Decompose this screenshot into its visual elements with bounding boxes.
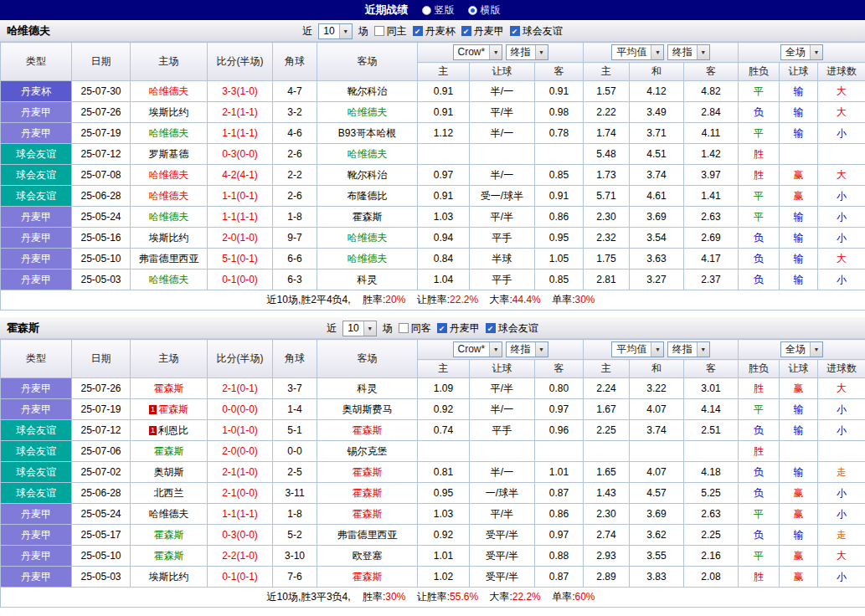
score-cell: 0-0(0-0) xyxy=(208,399,273,420)
avg-draw-odds-cell: 3.74 xyxy=(630,165,684,186)
col-header-date: 日期 xyxy=(72,43,131,81)
team-name-link[interactable]: 霍森斯 xyxy=(353,508,383,520)
team-name-link[interactable]: 利恩比 xyxy=(158,424,188,436)
team-name-link[interactable]: 哈维德夫 xyxy=(149,274,189,285)
team-name-link[interactable]: 哈维德夫 xyxy=(149,127,189,139)
result-wdl-cell: 负 xyxy=(739,249,780,270)
odds-time-select[interactable]: 终指▼ xyxy=(506,44,548,60)
team-name-link[interactable]: 罗斯基德 xyxy=(149,148,189,160)
checkbox-danish-cup[interactable]: 丹麦杯 xyxy=(413,24,456,38)
team-name-link[interactable]: 哈维德夫 xyxy=(149,85,189,97)
team-name-link[interactable]: 奥胡斯 xyxy=(154,466,184,478)
checkbox-danish-division[interactable]: 丹麦甲 xyxy=(437,321,480,336)
odds-time-select[interactable]: 终指▼ xyxy=(506,341,548,357)
team-name-link[interactable]: 哈维德夫 xyxy=(149,190,189,202)
team-name-link[interactable]: 埃斯比约 xyxy=(149,571,189,583)
league-type-cell: 球会友谊 xyxy=(1,462,72,483)
checkbox-same-home[interactable]: 同主 xyxy=(374,24,407,38)
team-name-link[interactable]: B93哥本哈根 xyxy=(338,127,396,139)
team-name-link[interactable]: 奥胡斯费马 xyxy=(342,403,393,415)
league-type-cell: 球会友谊 xyxy=(1,441,72,462)
radio-vertical-layout[interactable]: 竖版 xyxy=(422,3,455,18)
team-name-link[interactable]: 布隆德比 xyxy=(348,190,388,202)
home-team-cell: 霍森斯 xyxy=(131,546,208,567)
team-name-link[interactable]: 霍森斯 xyxy=(353,571,383,583)
average-time-select[interactable]: 终指▼ xyxy=(667,341,710,357)
handicap-line-cell: 平/半 xyxy=(470,378,535,399)
team-name-link[interactable]: 霍森斯 xyxy=(154,550,184,562)
team-name-link[interactable]: 科灵 xyxy=(358,274,378,285)
team-name-link[interactable]: 哈维德夫 xyxy=(348,148,388,160)
average-time-select[interactable]: 终指▼ xyxy=(667,44,710,60)
team-name-link[interactable]: 靴尔科治 xyxy=(348,169,388,181)
scope-select[interactable]: 全场▼ xyxy=(780,341,823,357)
handicap-home-odds-cell: 0.92 xyxy=(418,525,470,546)
scope-select[interactable]: 全场▼ xyxy=(780,44,823,60)
result-handicap-cell: 输 xyxy=(780,525,818,546)
team-name-link[interactable]: 弗雷德里西亚 xyxy=(139,253,199,264)
handicap-away-odds-cell: 0.87 xyxy=(535,483,584,504)
score-cell: 2-1(1-1) xyxy=(208,102,273,123)
team-name-link[interactable]: 霍森斯 xyxy=(353,487,383,499)
matches-label: 场 xyxy=(383,321,393,336)
team-name-link[interactable]: 弗雷德里西亚 xyxy=(337,529,398,541)
match-row: 丹麦甲25-05-03哈维德夫0-1(0-0)6-3科灵1.04平手0.852.… xyxy=(1,270,865,290)
result-goals-cell xyxy=(818,441,865,462)
home-team-cell: 1利恩比 xyxy=(131,420,208,441)
team-name-link[interactable]: 霍森斯 xyxy=(353,466,383,478)
team-name-link[interactable]: 哈维德夫 xyxy=(348,232,388,244)
team-name-link[interactable]: 科灵 xyxy=(358,382,378,394)
corner-cell: 1-8 xyxy=(273,207,317,228)
team-name-link[interactable]: 霍森斯 xyxy=(154,445,184,457)
team-name-link[interactable]: 哈维德夫 xyxy=(149,211,189,223)
col-header-avg-away: 客 xyxy=(684,360,739,378)
bookmaker-select[interactable]: Crow*▼ xyxy=(453,44,503,60)
home-team-cell: 霍森斯 xyxy=(131,441,208,462)
checkbox-danish-division[interactable]: 丹麦甲 xyxy=(461,24,504,38)
team-name-link[interactable]: 霍森斯 xyxy=(353,424,383,436)
checkbox-club-friendly[interactable]: 球会友谊 xyxy=(486,321,538,336)
chevron-down-icon: ▼ xyxy=(810,342,822,357)
col-header-result-goals: 进球数 xyxy=(818,63,865,81)
avg-away-odds-cell: 4.17 xyxy=(684,249,739,270)
radio-horizontal-layout[interactable]: 横版 xyxy=(468,3,501,18)
checkbox-same-away[interactable]: 同客 xyxy=(399,321,431,336)
team-name-link[interactable]: 埃斯比约 xyxy=(149,106,189,118)
result-wdl-cell: 胜 xyxy=(739,144,780,165)
bookmaker-select[interactable]: Crow*▼ xyxy=(453,341,503,357)
team-name-link[interactable]: 北西兰 xyxy=(154,487,184,499)
average-select[interactable]: 平均值▼ xyxy=(611,44,664,60)
match-count-select[interactable]: 10▼ xyxy=(318,23,352,39)
team-name-link[interactable]: 哈维德夫 xyxy=(149,508,189,520)
match-date-cell: 25-05-17 xyxy=(72,525,131,546)
avg-home-odds-cell: 2.32 xyxy=(584,228,630,249)
page-title: 近期战绩 xyxy=(365,3,409,18)
team-name-link[interactable]: 埃斯比约 xyxy=(149,232,189,244)
team-name-link[interactable]: 哈维德夫 xyxy=(348,253,388,264)
team-name-link[interactable]: 霍森斯 xyxy=(154,529,184,541)
average-select[interactable]: 平均值▼ xyxy=(611,341,664,357)
team-name-link[interactable]: 锡尔克堡 xyxy=(348,445,388,457)
team-name-link[interactable]: 哈维德夫 xyxy=(348,106,388,118)
result-goals-cell: 大 xyxy=(818,81,865,102)
corner-cell: 3-10 xyxy=(273,546,317,567)
league-type-cell: 丹麦甲 xyxy=(1,525,72,546)
checkbox-club-friendly[interactable]: 球会友谊 xyxy=(510,24,563,38)
team-name-link[interactable]: 霍森斯 xyxy=(353,211,383,223)
corner-cell: 3-11 xyxy=(273,483,317,504)
team-name-link[interactable]: 霍森斯 xyxy=(158,403,188,415)
handicap-away-odds-cell: 1.05 xyxy=(535,249,584,270)
league-type-cell: 丹麦甲 xyxy=(1,102,72,123)
team-name-link[interactable]: 哈维德夫 xyxy=(149,169,189,181)
team-name-link[interactable]: 霍森斯 xyxy=(154,382,184,394)
match-date-cell: 25-05-16 xyxy=(72,228,131,249)
score-cell: 0-3(0-0) xyxy=(208,144,273,165)
corner-cell: 0-0 xyxy=(273,441,317,462)
handicap-line-cell: 平手 xyxy=(470,228,535,249)
score-cell: 1-1(1-1) xyxy=(208,207,273,228)
team-name-link[interactable]: 欧登塞 xyxy=(353,550,383,562)
match-count-select[interactable]: 10▼ xyxy=(342,321,376,336)
matches-label: 场 xyxy=(358,24,368,38)
avg-draw-odds-cell: 4.57 xyxy=(630,483,684,504)
team-name-link[interactable]: 靴尔科治 xyxy=(348,85,388,97)
